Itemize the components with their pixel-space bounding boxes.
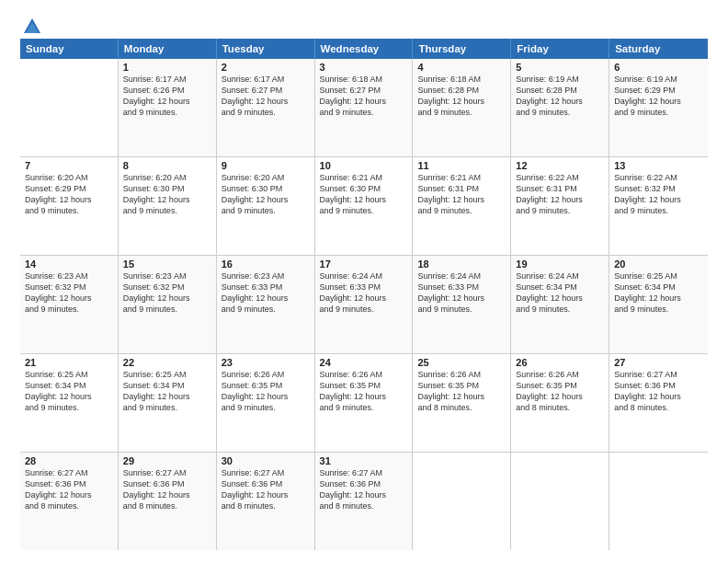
day-info: Sunrise: 6:21 AMSunset: 6:30 PMDaylight:…	[320, 172, 408, 217]
day-info: Sunrise: 6:23 AMSunset: 6:33 PMDaylight:…	[222, 270, 310, 316]
day-number: 12	[516, 160, 604, 171]
day-number: 4	[417, 62, 506, 73]
day-info: Sunrise: 6:23 AMSunset: 6:32 PMDaylight:…	[123, 270, 211, 316]
day-info: Sunrise: 6:20 AMSunset: 6:29 PMDaylight:…	[25, 172, 113, 217]
day-number: 25	[417, 357, 506, 368]
calendar-day-cell: 29Sunrise: 6:27 AMSunset: 6:36 PMDayligh…	[119, 453, 217, 550]
calendar-empty-cell	[609, 453, 708, 550]
day-number: 18	[417, 259, 506, 270]
cal-header-cell: Wednesday	[315, 39, 414, 59]
day-info: Sunrise: 6:27 AMSunset: 6:36 PMDaylight:…	[614, 369, 703, 414]
calendar-day-cell: 11Sunrise: 6:21 AMSunset: 6:31 PMDayligh…	[413, 157, 511, 255]
day-info: Sunrise: 6:27 AMSunset: 6:36 PMDaylight:…	[25, 467, 113, 512]
calendar-empty-cell	[511, 453, 609, 550]
calendar-day-cell: 28Sunrise: 6:27 AMSunset: 6:36 PMDayligh…	[20, 453, 119, 550]
day-info: Sunrise: 6:26 AMSunset: 6:35 PMDaylight:…	[320, 369, 408, 414]
day-info: Sunrise: 6:27 AMSunset: 6:36 PMDaylight:…	[320, 467, 408, 512]
calendar-day-cell: 30Sunrise: 6:27 AMSunset: 6:36 PMDayligh…	[217, 453, 315, 550]
day-info: Sunrise: 6:27 AMSunset: 6:36 PMDaylight:…	[222, 467, 310, 512]
cal-header-cell: Sunday	[20, 39, 119, 59]
page: SundayMondayTuesdayWednesdayThursdayFrid…	[0, 0, 728, 563]
day-info: Sunrise: 6:22 AMSunset: 6:32 PMDaylight:…	[614, 172, 703, 217]
day-number: 6	[614, 62, 703, 73]
day-number: 30	[222, 455, 310, 466]
day-number: 22	[123, 357, 211, 368]
calendar-day-cell: 16Sunrise: 6:23 AMSunset: 6:33 PMDayligh…	[217, 256, 315, 353]
day-number: 11	[417, 160, 506, 171]
day-info: Sunrise: 6:25 AMSunset: 6:34 PMDaylight:…	[25, 369, 113, 414]
calendar-empty-cell	[20, 59, 119, 156]
calendar-day-cell: 4Sunrise: 6:18 AMSunset: 6:28 PMDaylight…	[413, 59, 511, 156]
day-number: 28	[25, 455, 113, 466]
calendar-day-cell: 8Sunrise: 6:20 AMSunset: 6:30 PMDaylight…	[119, 157, 217, 255]
day-info: Sunrise: 6:25 AMSunset: 6:34 PMDaylight:…	[614, 270, 703, 316]
day-number: 21	[25, 357, 113, 368]
day-number: 20	[614, 259, 703, 270]
day-number: 14	[25, 259, 113, 270]
day-number: 19	[516, 259, 604, 270]
calendar-day-cell: 25Sunrise: 6:26 AMSunset: 6:35 PMDayligh…	[413, 354, 511, 452]
header	[20, 17, 708, 33]
cal-header-cell: Saturday	[609, 39, 708, 59]
day-info: Sunrise: 6:19 AMSunset: 6:28 PMDaylight:…	[516, 74, 604, 119]
day-info: Sunrise: 6:27 AMSunset: 6:36 PMDaylight:…	[123, 467, 211, 512]
calendar: SundayMondayTuesdayWednesdayThursdayFrid…	[20, 39, 708, 550]
day-info: Sunrise: 6:24 AMSunset: 6:33 PMDaylight:…	[417, 270, 506, 316]
calendar-day-cell: 5Sunrise: 6:19 AMSunset: 6:28 PMDaylight…	[511, 59, 609, 156]
day-info: Sunrise: 6:23 AMSunset: 6:32 PMDaylight:…	[25, 270, 113, 316]
day-info: Sunrise: 6:25 AMSunset: 6:34 PMDaylight:…	[123, 369, 211, 414]
day-number: 15	[123, 259, 211, 270]
calendar-day-cell: 20Sunrise: 6:25 AMSunset: 6:34 PMDayligh…	[609, 256, 708, 353]
day-number: 24	[320, 357, 408, 368]
cal-header-cell: Friday	[511, 39, 609, 59]
calendar-day-cell: 15Sunrise: 6:23 AMSunset: 6:32 PMDayligh…	[119, 256, 217, 353]
day-number: 2	[222, 62, 310, 73]
calendar-empty-cell	[413, 453, 511, 550]
day-info: Sunrise: 6:18 AMSunset: 6:27 PMDaylight:…	[320, 74, 408, 119]
calendar-day-cell: 12Sunrise: 6:22 AMSunset: 6:31 PMDayligh…	[511, 157, 609, 255]
calendar-week-row: 21Sunrise: 6:25 AMSunset: 6:34 PMDayligh…	[20, 354, 708, 453]
day-info: Sunrise: 6:21 AMSunset: 6:31 PMDaylight:…	[417, 172, 506, 217]
calendar-day-cell: 26Sunrise: 6:26 AMSunset: 6:35 PMDayligh…	[511, 354, 609, 452]
calendar-day-cell: 7Sunrise: 6:20 AMSunset: 6:29 PMDaylight…	[20, 157, 119, 255]
cal-header-cell: Thursday	[413, 39, 511, 59]
calendar-week-row: 28Sunrise: 6:27 AMSunset: 6:36 PMDayligh…	[20, 453, 708, 550]
calendar-day-cell: 10Sunrise: 6:21 AMSunset: 6:30 PMDayligh…	[315, 157, 414, 255]
logo	[20, 17, 42, 33]
calendar-day-cell: 23Sunrise: 6:26 AMSunset: 6:35 PMDayligh…	[217, 354, 315, 452]
day-info: Sunrise: 6:20 AMSunset: 6:30 PMDaylight:…	[123, 172, 211, 217]
day-number: 3	[320, 62, 408, 73]
calendar-day-cell: 24Sunrise: 6:26 AMSunset: 6:35 PMDayligh…	[315, 354, 414, 452]
day-number: 26	[516, 357, 604, 368]
calendar-day-cell: 17Sunrise: 6:24 AMSunset: 6:33 PMDayligh…	[315, 256, 414, 353]
calendar-day-cell: 22Sunrise: 6:25 AMSunset: 6:34 PMDayligh…	[119, 354, 217, 452]
calendar-day-cell: 3Sunrise: 6:18 AMSunset: 6:27 PMDaylight…	[315, 59, 414, 156]
calendar-header-row: SundayMondayTuesdayWednesdayThursdayFrid…	[20, 39, 708, 59]
day-number: 16	[222, 259, 310, 270]
logo-icon	[22, 17, 42, 37]
calendar-day-cell: 2Sunrise: 6:17 AMSunset: 6:27 PMDaylight…	[217, 59, 315, 156]
calendar-day-cell: 9Sunrise: 6:20 AMSunset: 6:30 PMDaylight…	[217, 157, 315, 255]
day-number: 13	[614, 160, 703, 171]
day-info: Sunrise: 6:26 AMSunset: 6:35 PMDaylight:…	[417, 369, 506, 414]
day-number: 10	[320, 160, 408, 171]
calendar-day-cell: 1Sunrise: 6:17 AMSunset: 6:26 PMDaylight…	[119, 59, 217, 156]
day-info: Sunrise: 6:19 AMSunset: 6:29 PMDaylight:…	[614, 74, 703, 119]
cal-header-cell: Monday	[119, 39, 217, 59]
day-info: Sunrise: 6:18 AMSunset: 6:28 PMDaylight:…	[417, 74, 506, 119]
calendar-day-cell: 18Sunrise: 6:24 AMSunset: 6:33 PMDayligh…	[413, 256, 511, 353]
calendar-day-cell: 19Sunrise: 6:24 AMSunset: 6:34 PMDayligh…	[511, 256, 609, 353]
day-info: Sunrise: 6:22 AMSunset: 6:31 PMDaylight:…	[516, 172, 604, 217]
calendar-day-cell: 14Sunrise: 6:23 AMSunset: 6:32 PMDayligh…	[20, 256, 119, 353]
day-number: 1	[123, 62, 211, 73]
calendar-week-row: 14Sunrise: 6:23 AMSunset: 6:32 PMDayligh…	[20, 256, 708, 354]
calendar-week-row: 7Sunrise: 6:20 AMSunset: 6:29 PMDaylight…	[20, 157, 708, 256]
cal-header-cell: Tuesday	[217, 39, 315, 59]
day-info: Sunrise: 6:17 AMSunset: 6:27 PMDaylight:…	[222, 74, 310, 119]
day-number: 9	[222, 160, 310, 171]
day-number: 29	[123, 455, 211, 466]
calendar-day-cell: 13Sunrise: 6:22 AMSunset: 6:32 PMDayligh…	[609, 157, 708, 255]
calendar-day-cell: 21Sunrise: 6:25 AMSunset: 6:34 PMDayligh…	[20, 354, 119, 452]
calendar-body: 1Sunrise: 6:17 AMSunset: 6:26 PMDaylight…	[20, 59, 708, 550]
day-number: 27	[614, 357, 703, 368]
